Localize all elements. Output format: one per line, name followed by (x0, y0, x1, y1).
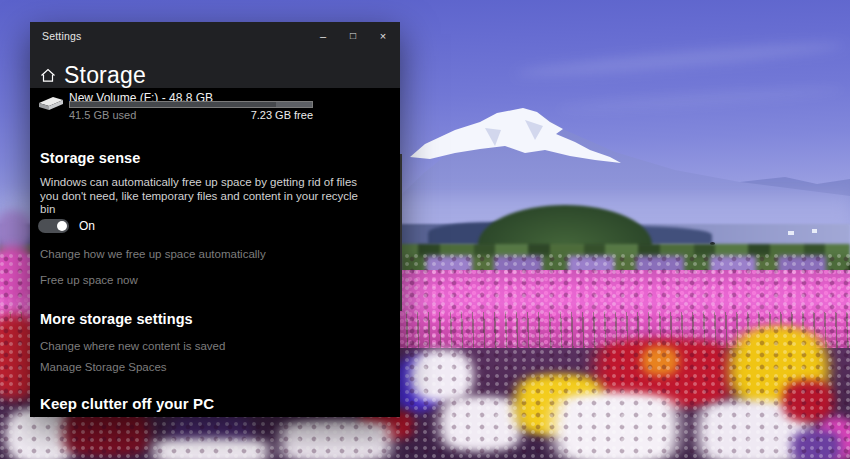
window-title: Settings (42, 30, 82, 42)
description-line: bin (40, 203, 358, 217)
distant-building (812, 229, 817, 233)
storage-usage-bar (69, 101, 313, 108)
flower-cluster-white (398, 350, 486, 402)
link-free-up-space-now[interactable]: Free up space now (40, 274, 138, 286)
link-change-free-up-space[interactable]: Change how we free up space automaticall… (40, 248, 266, 260)
description-line: you don't need, like temporary files and… (40, 190, 358, 204)
link-change-where-content-saved[interactable]: Change where new content is saved (40, 340, 225, 352)
home-icon[interactable] (40, 68, 56, 83)
distant-building (788, 231, 794, 235)
window-scrollbar[interactable] (400, 154, 402, 311)
close-button[interactable]: × (368, 26, 398, 46)
page-heading: Storage (40, 62, 146, 89)
flower-cluster-purple (780, 430, 850, 459)
link-manage-storage-spaces[interactable]: Manage Storage Spaces (40, 361, 167, 373)
free-space-label: 7.23 GB free (251, 109, 313, 121)
flower-cluster-white (120, 438, 302, 459)
close-icon: × (380, 31, 386, 42)
flower-cluster-orange (634, 346, 686, 376)
toggle-state-label: On (79, 219, 95, 233)
more-storage-settings-heading: More storage settings (40, 311, 193, 327)
storage-bar-labels: 41.5 GB used 7.23 GB free (69, 109, 313, 121)
window-header[interactable]: Settings – □ × Storage (30, 22, 400, 88)
maximize-button[interactable]: □ (338, 26, 368, 46)
minimize-icon: – (320, 31, 326, 42)
description-line: Windows can automatically free up space … (40, 176, 358, 190)
window-controls: – □ × (308, 26, 398, 46)
settings-window: Settings – □ × Storage New Volume (F:) -… (30, 22, 400, 417)
storage-sense-toggle-row: On (38, 219, 95, 233)
storage-sense-heading: Storage sense (40, 150, 140, 166)
used-space-label: 41.5 GB used (69, 109, 136, 121)
minimize-button[interactable]: – (308, 26, 338, 46)
keep-clutter-heading: Keep clutter off your PC (40, 395, 214, 412)
drive-icon (38, 95, 64, 111)
storage-sense-description: Windows can automatically free up space … (40, 176, 358, 217)
maximize-icon: □ (350, 31, 356, 41)
page-title: Storage (64, 62, 146, 89)
storage-sense-toggle[interactable] (38, 219, 69, 233)
toggle-knob (57, 221, 67, 231)
storage-bar-fill (70, 102, 276, 107)
